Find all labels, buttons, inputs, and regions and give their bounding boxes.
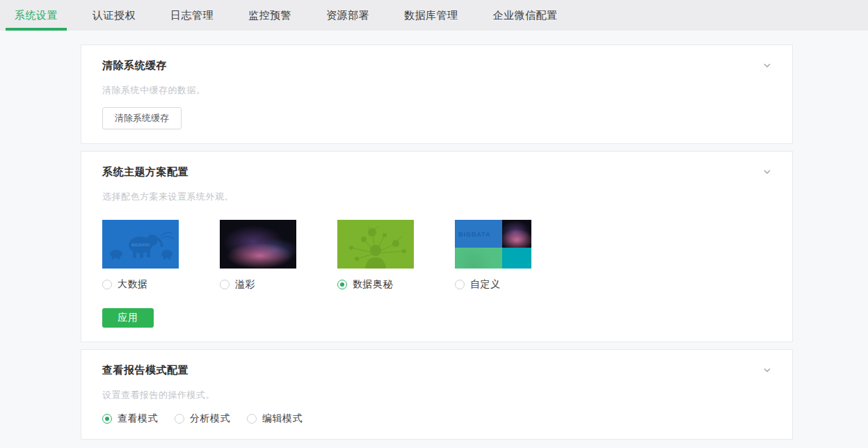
tab-auth[interactable]: 认证授权 bbox=[83, 0, 145, 31]
radio-label: 大数据 bbox=[118, 278, 148, 291]
custom-cell-bigdata: BIGDATA bbox=[455, 220, 502, 248]
radio-circle[interactable] bbox=[455, 280, 465, 289]
radio-label: 溢彩 bbox=[235, 278, 255, 291]
radio-label: 编辑模式 bbox=[262, 413, 303, 425]
tab-resource-deploy[interactable]: 资源部署 bbox=[317, 0, 378, 31]
theme-option-aurora: 溢彩 bbox=[220, 220, 296, 291]
card-description: 选择配色方案来设置系统外观。 bbox=[102, 191, 771, 203]
theme-option-bigdata: BIGDATA 大数据 bbox=[102, 220, 179, 291]
card-description: 设置查看报告的操作模式。 bbox=[102, 389, 771, 401]
tab-log-management[interactable]: 日志管理 bbox=[161, 0, 223, 31]
tab-system-settings[interactable]: 系统设置 bbox=[6, 0, 67, 31]
radio-theme-custom[interactable]: 自定义 bbox=[455, 278, 531, 291]
chevron-down-icon[interactable] bbox=[762, 365, 773, 376]
radio-edit-mode[interactable]: 编辑模式 bbox=[247, 413, 303, 425]
custom-cell-teal bbox=[502, 248, 531, 269]
apply-theme-button[interactable]: 应用 bbox=[102, 308, 154, 328]
card-title: 系统主题方案配置 bbox=[102, 166, 771, 179]
radio-label: 数据奥秘 bbox=[353, 278, 393, 291]
radio-circle[interactable] bbox=[337, 280, 347, 289]
card-title: 查看报告模式配置 bbox=[102, 364, 771, 377]
custom-cell-green bbox=[455, 248, 502, 269]
report-mode-options: 查看模式 分析模式 编辑模式 bbox=[102, 413, 771, 425]
settings-tabs: 系统设置 认证授权 日志管理 监控预警 资源部署 数据库管理 企业微信配置 bbox=[0, 0, 868, 31]
chevron-down-icon[interactable] bbox=[762, 60, 773, 71]
theme-thumbnail-bigdata[interactable]: BIGDATA bbox=[102, 220, 179, 269]
radio-analysis-mode[interactable]: 分析模式 bbox=[175, 413, 230, 425]
radio-label: 查看模式 bbox=[118, 413, 158, 425]
clear-cache-button[interactable]: 清除系统缓存 bbox=[102, 107, 182, 129]
theme-option-custom: BIGDATA 自定义 bbox=[455, 220, 531, 291]
radio-label: 自定义 bbox=[470, 278, 501, 291]
custom-cell-aurora bbox=[502, 220, 531, 248]
card-clear-cache: 清除系统缓存 清除系统中缓存的数据。 清除系统缓存 bbox=[81, 45, 793, 144]
tab-wecom-config[interactable]: 企业微信配置 bbox=[484, 0, 567, 31]
tab-monitor-alert[interactable]: 监控预警 bbox=[239, 0, 300, 31]
radio-theme-mystery[interactable]: 数据奥秘 bbox=[337, 278, 414, 291]
radio-theme-aurora[interactable]: 溢彩 bbox=[220, 278, 296, 291]
radio-circle[interactable] bbox=[220, 280, 230, 289]
theme-thumbnail-mystery[interactable] bbox=[337, 220, 414, 269]
card-theme-config: 系统主题方案配置 选择配色方案来设置系统外观。 bbox=[81, 151, 793, 342]
card-report-mode: 查看报告模式配置 设置查看报告的操作模式。 查看模式 分析模式 编辑模式 bbox=[81, 349, 793, 440]
theme-option-mystery: 数据奥秘 bbox=[337, 220, 414, 291]
bigdata-word-art: BIGDATA bbox=[131, 243, 150, 247]
theme-thumbnail-aurora[interactable] bbox=[220, 220, 296, 269]
settings-content: 清除系统缓存 清除系统中缓存的数据。 清除系统缓存 系统主题方案配置 选择配色方… bbox=[0, 31, 868, 440]
theme-thumbnail-custom[interactable]: BIGDATA bbox=[455, 220, 531, 269]
card-description: 清除系统中缓存的数据。 bbox=[102, 84, 771, 97]
chevron-down-icon[interactable] bbox=[762, 166, 773, 177]
radio-label: 分析模式 bbox=[190, 413, 230, 425]
theme-options-row: BIGDATA 大数据 溢彩 bbox=[102, 220, 771, 291]
radio-view-mode[interactable]: 查看模式 bbox=[102, 413, 158, 425]
tab-database-management[interactable]: 数据库管理 bbox=[395, 0, 467, 31]
card-title: 清除系统缓存 bbox=[102, 59, 771, 72]
radio-circle[interactable] bbox=[175, 414, 184, 424]
bigdata-word-art: BIGDATA bbox=[458, 231, 491, 238]
radio-circle[interactable] bbox=[102, 414, 112, 424]
radio-circle[interactable] bbox=[247, 414, 257, 424]
radio-circle[interactable] bbox=[102, 280, 112, 289]
radio-theme-bigdata[interactable]: 大数据 bbox=[102, 278, 179, 291]
